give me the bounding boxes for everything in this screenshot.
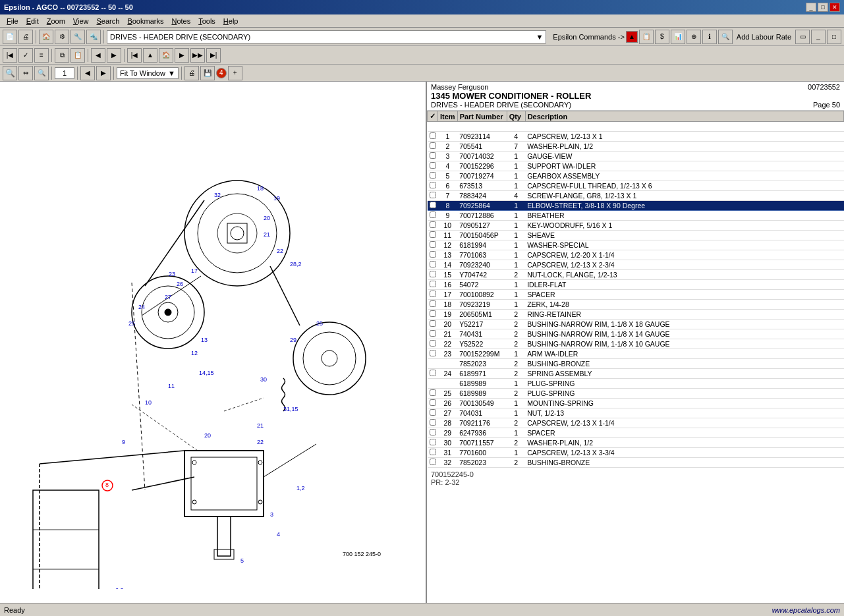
epsilon-btn3[interactable]: $ [655,30,669,44]
row-checkbox[interactable] [428,428,438,438]
spread-btn[interactable]: ⇔ [18,66,33,80]
nav-fwd-btn[interactable]: ▶ [175,48,189,63]
table-row[interactable]: 47001522961SUPPORT WA-IDLER [428,161,844,171]
table-row[interactable] [428,122,844,132]
row-checkbox[interactable] [428,132,438,142]
row-checkbox[interactable] [428,349,438,359]
table-row[interactable]: 28709211762CAPSCREW, 1/2-13 X 1-1/4 [428,418,844,428]
prev-page-btn[interactable]: ◀ [80,66,95,80]
home-button[interactable]: 🏠 [39,30,53,44]
nav-last-btn[interactable]: ▶| [206,48,221,63]
menu-edit[interactable]: Edit [22,16,43,26]
next-page-btn[interactable]: ▶ [96,66,111,80]
back-start-btn[interactable]: |◀ [3,48,17,63]
min-btn2[interactable]: _ [811,30,826,44]
max-btn2[interactable]: □ [827,30,841,44]
row-checkbox[interactable] [428,408,438,418]
table-row[interactable]: 37007140321GAUGE-VIEW [428,152,844,161]
row-checkbox[interactable] [428,290,438,300]
table-row[interactable]: 22Y525222BUSHING-NARROW RIM, 1-1/8 X 10 … [428,339,844,349]
nav-btn3[interactable]: ≡ [34,48,49,63]
table-row[interactable]: 57007192741GEARBOX ASSEMBLY [428,171,844,181]
paste-btn[interactable]: 📋 [70,48,85,63]
print2-btn[interactable]: 🖨 [184,66,199,80]
table-row[interactable]: 10709051271KEY-WOODRUFF, 5/16 X 1 [428,221,844,231]
row-checkbox[interactable] [428,161,438,171]
close-button[interactable]: ✕ [830,3,840,12]
row-checkbox[interactable] [428,329,438,339]
table-row[interactable]: 18709232191ZERK, 1/4-28 [428,300,844,310]
row-checkbox[interactable] [428,221,438,231]
nav-home-btn[interactable]: 🏠 [159,48,173,63]
epsilon-btn1[interactable]: ▲ [626,31,638,43]
zoom-in-btn[interactable]: 🔍 [3,66,17,80]
row-checkbox[interactable] [428,438,438,448]
table-row[interactable]: 20Y522172BUSHING-NARROW RIM, 1-1/8 X 18 … [428,320,844,329]
row-checkbox[interactable] [428,339,438,349]
zoom-btn2[interactable]: 🔍 [34,66,49,80]
row-checkbox[interactable] [428,260,438,270]
nav-prev-btn[interactable]: ◀ [91,48,105,63]
epsilon-btn7[interactable]: 🔍 [718,30,733,44]
print-button[interactable]: 🖨 [18,30,33,44]
menu-view[interactable]: View [69,16,93,26]
row-checkbox[interactable] [428,181,438,191]
menu-file[interactable]: File [3,16,22,26]
row-checkbox[interactable] [428,142,438,152]
parts-table-container[interactable]: ✓ Item Part Number Qty Description 17092… [427,111,844,603]
epsilon-btn6[interactable]: ℹ [702,30,717,44]
row-checkbox[interactable] [428,300,438,310]
row-checkbox[interactable] [428,389,438,399]
table-row[interactable]: 277040311NUT, 1/2-13 [428,408,844,418]
table-row[interactable]: 307007115572WASHER-PLAIN, 1/2 [428,438,844,448]
menu-help[interactable]: Help [219,16,242,26]
table-row[interactable]: 8709258641ELBOW-STREET, 3/8-18 X 90 Degr… [428,201,844,211]
table-row[interactable]: 1709231144CAPSCREW, 1/2-13 X 1 [428,132,844,142]
row-checkbox[interactable] [428,320,438,329]
fit-dropdown[interactable]: Fit To Window ▼ [117,67,179,79]
menu-zoom[interactable]: Zoom [43,16,69,26]
table-row[interactable]: 2962479361SPACER [428,428,844,438]
table-row[interactable]: 23700152299M1ARM WA-IDLER [428,349,844,359]
row-checkbox[interactable] [428,201,438,211]
table-row[interactable]: 61899891PLUG-SPRING [428,379,844,389]
row-checkbox[interactable] [428,379,438,389]
new-button[interactable]: 📄 [3,30,17,44]
table-row[interactable]: 97007128861BREATHER [428,211,844,221]
page-counter[interactable]: 1 [55,67,74,79]
table-row[interactable]: 778834244SCREW-FLANGE, GR8, 1/2-13 X 1 [428,191,844,201]
table-row[interactable]: 217404312BUSHING-NARROW RIM, 1-1/8 X 14 … [428,329,844,339]
table-row[interactable]: 3278520232BUSHING-BRONZE [428,458,844,468]
table-row[interactable]: 1261819941WASHER-SPECIAL [428,240,844,250]
row-checkbox[interactable] [428,211,438,221]
row-checkbox[interactable] [428,270,438,280]
row-checkbox[interactable] [428,191,438,201]
row-checkbox[interactable] [428,418,438,428]
tool-button[interactable]: 🔧 [70,30,85,44]
restore-btn[interactable]: ▭ [795,30,810,44]
add-btn[interactable]: + [228,66,242,80]
epsilon-btn5[interactable]: ⊕ [687,30,701,44]
table-row[interactable]: 2561899892PLUG-SPRING [428,389,844,399]
row-checkbox[interactable] [428,152,438,161]
table-row[interactable]: 1377010631CAPSCREW, 1/2-20 X 1-1/4 [428,250,844,260]
epsilon-btn2[interactable]: 📋 [639,30,654,44]
row-checkbox[interactable] [428,122,438,132]
nav-next-btn[interactable]: ▶ [107,48,121,63]
row-checkbox[interactable] [428,399,438,408]
row-checkbox[interactable] [428,310,438,320]
table-row[interactable]: 14709232401CAPSCREW, 1/2-13 X 2-3/4 [428,260,844,270]
menu-tools[interactable]: Tools [194,16,219,26]
row-checkbox[interactable] [428,280,438,290]
row-checkbox[interactable] [428,369,438,379]
row-checkbox[interactable] [428,458,438,468]
table-row[interactable]: 27055417WASHER-PLAIN, 1/2 [428,142,844,152]
table-row[interactable]: 267001305491MOUNTING-SPRING [428,399,844,408]
row-checkbox[interactable] [428,359,438,369]
minimize-button[interactable]: _ [806,3,816,12]
row-checkbox[interactable] [428,231,438,240]
tool2-button[interactable]: 🔩 [86,30,101,44]
maximize-button[interactable]: □ [818,3,828,12]
table-row[interactable]: 3177016001CAPSCREW, 1/2-13 X 3-3/4 [428,448,844,458]
path-dropdown[interactable]: DRIVES - HEADER DRIVE (SECONDARY) ▼ [107,30,546,43]
